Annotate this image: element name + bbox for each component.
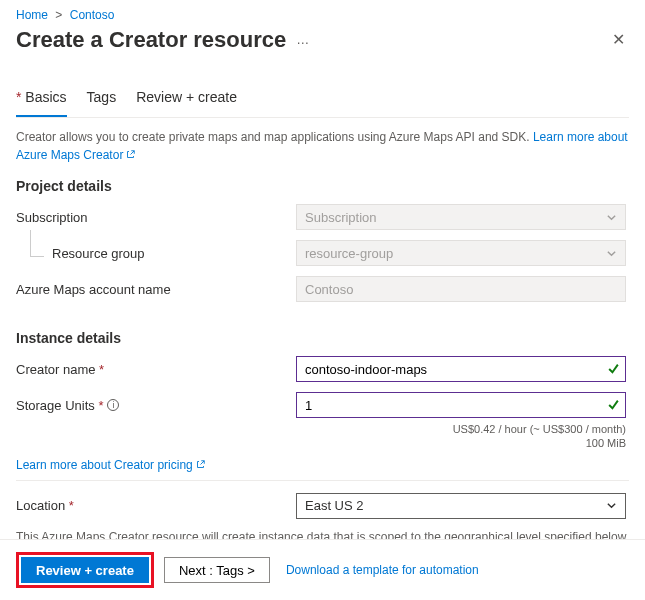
resource-group-label: Resource group (16, 246, 296, 261)
review-create-button[interactable]: Review + create (21, 557, 149, 583)
tab-description: Creator allows you to create private map… (16, 128, 629, 164)
chevron-right-icon: > (55, 8, 62, 22)
chevron-down-icon (606, 500, 617, 511)
external-link-icon (126, 150, 135, 159)
highlight-box: Review + create (16, 552, 154, 588)
breadcrumb-home[interactable]: Home (16, 8, 48, 22)
info-icon[interactable]: i (107, 399, 119, 411)
creator-pricing-link[interactable]: Learn more about Creator pricing (16, 458, 205, 472)
account-name-input (296, 276, 626, 302)
breadcrumb-parent[interactable]: Contoso (70, 8, 115, 22)
location-label: Location (16, 498, 296, 513)
footer-actions: Review + create Next : Tags > Download a… (0, 539, 645, 600)
checkmark-icon (607, 399, 620, 412)
download-template-link[interactable]: Download a template for automation (286, 563, 479, 577)
creator-name-label: Creator name (16, 362, 296, 377)
storage-units-input[interactable] (296, 392, 626, 418)
close-icon[interactable]: ✕ (608, 26, 629, 53)
instance-details-heading: Instance details (16, 330, 629, 346)
chevron-down-icon (606, 212, 617, 223)
more-icon[interactable]: … (296, 32, 310, 47)
resource-group-select[interactable]: resource-group (296, 240, 626, 266)
project-details-heading: Project details (16, 178, 629, 194)
next-tags-button[interactable]: Next : Tags > (164, 557, 270, 583)
tabs: Basics Tags Review + create (16, 81, 629, 118)
chevron-down-icon (606, 248, 617, 259)
page-title: Create a Creator resource (16, 27, 286, 53)
creator-name-input[interactable] (296, 356, 626, 382)
storage-units-label: Storage Units i (16, 398, 296, 413)
checkmark-icon (607, 363, 620, 376)
divider (16, 480, 629, 481)
subscription-select[interactable]: Subscription (296, 204, 626, 230)
tab-tags[interactable]: Tags (87, 81, 117, 117)
tab-review[interactable]: Review + create (136, 81, 237, 117)
location-select[interactable]: East US 2 (296, 493, 626, 519)
tab-basics[interactable]: Basics (16, 81, 67, 117)
subscription-label: Subscription (16, 210, 296, 225)
breadcrumb: Home > Contoso (0, 0, 645, 26)
account-name-label: Azure Maps account name (16, 282, 296, 297)
storage-price-info: US$0.42 / hour (~ US$300 / month) 100 Mi… (16, 422, 626, 451)
external-link-icon (196, 460, 205, 469)
